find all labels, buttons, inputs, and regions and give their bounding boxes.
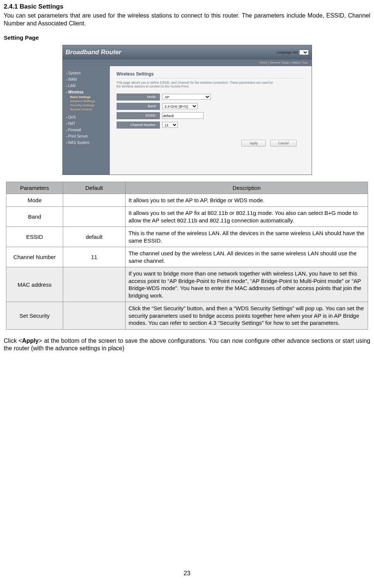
sidebar-item-nat[interactable]: NAT — [63, 120, 110, 127]
essid-input[interactable] — [162, 112, 204, 119]
band-select[interactable]: 2.4 GHz (B+G) — [162, 103, 198, 109]
sidebar-item-lan[interactable]: LAN — [63, 83, 110, 89]
ss-lang-label: Language Set — [276, 50, 297, 54]
router-screenshot: Broadband Router Language Set Home | Gen… — [62, 45, 312, 175]
channel-select[interactable]: 11 — [162, 122, 178, 128]
sidebar-item-firewall[interactable]: Firewall — [63, 127, 110, 133]
panel-title: Wireless Settings — [117, 71, 305, 78]
table-row: ESSID default This is the name of the wi… — [6, 227, 368, 247]
ss-subnav: Home | General Setup | Status | Tool — [63, 59, 312, 66]
parameters-table: Parameters Default Description Mode It a… — [6, 182, 368, 330]
panel-desc: This page allows you to define ESSID, an… — [117, 81, 277, 88]
language-select[interactable] — [299, 50, 309, 55]
ss-lang-selector[interactable]: Language Set — [276, 50, 308, 55]
subnav-advance-settings[interactable]: Advance Settings — [69, 99, 110, 103]
essid-label: ESSID : — [117, 112, 160, 119]
apply-button[interactable]: Apply — [241, 140, 266, 147]
footer-apply-word: Apply — [22, 338, 38, 344]
setting-page-heading: Setting Page — [4, 34, 370, 41]
cancel-button[interactable]: Cancel — [270, 140, 296, 147]
table-row: Channel Number 11 The channel used by th… — [6, 247, 368, 267]
ss-titlebar: Broadband Router Language Set — [63, 45, 312, 59]
sidebar-item-wireless[interactable]: Wireless Basic Settings Advance Settings… — [63, 89, 110, 114]
band-label: Band : — [117, 103, 160, 110]
sidebar-wireless-label: Wireless — [68, 90, 84, 94]
table-row: Band It allows you to set the AP fix at … — [6, 207, 368, 227]
sidebar-item-print-server[interactable]: Print Server — [63, 133, 110, 139]
table-row: Mode It allows you to set the AP to AP, … — [6, 194, 368, 207]
th-description: Description — [126, 182, 368, 194]
sidebar-item-wan[interactable]: WAN — [63, 76, 110, 83]
ss-sidebar: System WAN LAN Wireless Basic Settings A… — [63, 66, 110, 175]
ss-title: Broadband Router — [66, 49, 121, 56]
ss-main-panel: Wireless Settings This page allows you t… — [110, 66, 312, 175]
footer-prefix: Click < — [4, 338, 22, 344]
subnav-access-control[interactable]: Access Control — [69, 107, 110, 111]
th-default: Default — [63, 182, 126, 194]
subnav-basic-settings[interactable]: Basic Settings — [69, 95, 110, 99]
sidebar-item-qos[interactable]: QoS — [63, 114, 110, 120]
channel-label: Channel Number : — [117, 121, 160, 129]
section-title: 2.4.1 Basic Settings — [4, 3, 370, 10]
page-number: 23 — [0, 570, 374, 577]
sidebar-item-system[interactable]: System — [63, 70, 110, 76]
intro-paragraph: You can set parameters that are used for… — [4, 12, 370, 28]
footer-paragraph: Click <Apply> at the bottom of the scree… — [4, 337, 370, 353]
mode-label: Mode : — [117, 93, 160, 101]
mode-select[interactable]: AP — [162, 94, 211, 100]
th-parameters: Parameters — [6, 182, 63, 194]
footer-suffix: > at the bottom of the screen to save th… — [4, 338, 370, 352]
table-row: MAC address If you want to bridge more t… — [6, 267, 368, 302]
table-row: Set Security Click the “Set Security” bu… — [6, 302, 368, 330]
subnav-security-settings[interactable]: Security Settings — [69, 103, 110, 107]
sidebar-item-nas-system[interactable]: NAS System — [63, 139, 110, 146]
